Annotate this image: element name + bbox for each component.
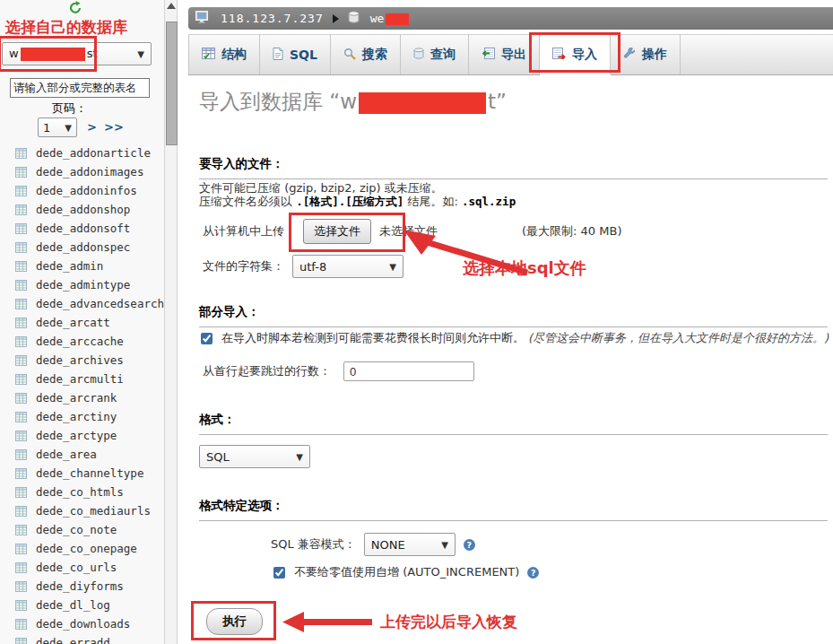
operations-icon bbox=[623, 48, 636, 63]
table-icon bbox=[15, 167, 27, 178]
tab-import[interactable]: 导入 bbox=[540, 35, 611, 74]
table-icon bbox=[15, 544, 27, 554]
table-row[interactable]: dede_addoninfos bbox=[0, 181, 164, 200]
table-list: dede_addonarticle dede_addonimages dede_… bbox=[0, 144, 164, 644]
table-name: dede_co_note bbox=[36, 523, 117, 536]
import-icon bbox=[552, 48, 566, 62]
table-row[interactable]: dede_channeltype bbox=[0, 464, 164, 483]
table-name: dede_arccache bbox=[36, 335, 124, 348]
table-icon bbox=[15, 449, 27, 460]
table-name: dede_diyforms bbox=[36, 579, 124, 593]
scrollbar-up-arrow-icon[interactable] bbox=[167, 3, 176, 9]
table-row[interactable]: dede_addonimages bbox=[0, 162, 164, 181]
table-name: dede_downloads bbox=[36, 617, 130, 631]
table-row[interactable]: dede_dl_log bbox=[0, 596, 164, 614]
help-icon[interactable] bbox=[464, 539, 475, 551]
structure-icon bbox=[202, 48, 215, 62]
page-next-link[interactable]: > bbox=[87, 120, 97, 134]
tab-operations[interactable]: 操作 bbox=[611, 35, 681, 74]
database-select[interactable]: wst ▼ bbox=[2, 42, 152, 65]
table-name: dede_arcmulti bbox=[36, 372, 124, 386]
table-row[interactable]: dede_archives bbox=[0, 351, 164, 370]
zero-autoinc-checkbox[interactable] bbox=[273, 567, 285, 579]
table-icon bbox=[15, 562, 27, 573]
table-row[interactable]: dede_admin bbox=[0, 257, 164, 275]
table-row[interactable]: dede_addonsoft bbox=[0, 219, 164, 238]
table-icon bbox=[15, 280, 27, 291]
tab-query[interactable]: 查询 bbox=[401, 35, 469, 74]
chevron-down-icon: ▼ bbox=[137, 49, 144, 59]
table-name: dede_channeltype bbox=[36, 466, 143, 480]
charset-label: 文件的字符集： bbox=[203, 258, 284, 274]
table-row[interactable]: dede_addonarticle bbox=[0, 144, 164, 162]
table-row[interactable]: dede_advancedsearch bbox=[0, 294, 164, 313]
help-icon[interactable] bbox=[527, 567, 539, 579]
chevron-down-icon: ▼ bbox=[389, 262, 396, 272]
table-icon bbox=[15, 506, 27, 517]
table-name: dede_arctiny bbox=[36, 410, 117, 423]
database-icon bbox=[348, 11, 360, 26]
table-row[interactable]: dede_admintype bbox=[0, 275, 164, 294]
skip-rows-input[interactable] bbox=[343, 361, 474, 381]
table-row[interactable]: dede_co_onepage bbox=[0, 539, 164, 558]
table-row[interactable]: dede_arcatt bbox=[0, 313, 164, 332]
table-row[interactable]: dede_co_mediaurls bbox=[0, 501, 164, 520]
interrupt-label: 在导入时脚本若检测到可能需要花费很长时间则允许中断。 bbox=[221, 330, 525, 346]
table-name: dede_admintype bbox=[36, 278, 130, 292]
table-row[interactable]: dede_co_urls bbox=[0, 558, 164, 577]
table-icon bbox=[15, 242, 27, 253]
charset-select[interactable]: utf-8 ▼ bbox=[292, 255, 403, 278]
page-last-link[interactable]: >> bbox=[104, 120, 124, 134]
table-row[interactable]: dede_erradd bbox=[0, 633, 164, 644]
database-breadcrumb[interactable]: we bbox=[348, 11, 410, 26]
table-row[interactable]: dede_arcrank bbox=[0, 388, 164, 407]
zero-autoinc-row: 不要给零值使用自增 (AUTO_INCREMENT) bbox=[273, 563, 539, 581]
export-icon bbox=[482, 48, 495, 62]
sql-compat-label: SQL 兼容模式： bbox=[271, 536, 356, 553]
charset-row: 文件的字符集： utf-8 ▼ bbox=[203, 254, 403, 279]
sql-icon bbox=[273, 48, 283, 63]
go-button[interactable]: 执行 bbox=[206, 608, 263, 635]
page-number-select[interactable]: 1 ▼ bbox=[38, 117, 77, 137]
server-icon bbox=[195, 11, 210, 26]
table-row[interactable]: dede_addonshop bbox=[0, 200, 164, 219]
scrollbar-thumb[interactable] bbox=[166, 22, 178, 145]
partial-section-header: 部分导入： bbox=[199, 304, 828, 327]
tab-search[interactable]: 搜索 bbox=[331, 35, 401, 74]
table-row[interactable]: dede_arccache bbox=[0, 332, 164, 351]
breadcrumb: 118.123.7.237 we bbox=[188, 7, 833, 30]
database-sidebar: 选择自己的数据库 wst ▼ 页码： 1 ▼ > >> dede_addonar… bbox=[0, 0, 164, 644]
tab-bar: 结构 SQL 搜索 bbox=[188, 34, 833, 75]
table-row[interactable]: dede_downloads bbox=[0, 614, 164, 633]
interrupt-row: 在导入时脚本若检测到可能需要花费很长时间则允许中断。 (尽管这会中断事务，但在导… bbox=[201, 330, 833, 346]
table-row[interactable]: dede_arctiny bbox=[0, 407, 164, 426]
table-filter-input[interactable] bbox=[10, 78, 150, 98]
allow-interrupt-checkbox[interactable] bbox=[201, 333, 213, 344]
tab-export[interactable]: 导出 bbox=[469, 35, 540, 74]
table-row[interactable]: dede_area bbox=[0, 445, 164, 464]
breadcrumb-arrow-icon bbox=[333, 14, 339, 23]
skip-rows-label: 从首行起要跳过的行数： bbox=[203, 363, 331, 379]
table-row[interactable]: dede_arcmulti bbox=[0, 370, 164, 388]
sql-compat-select[interactable]: NONE ▼ bbox=[364, 533, 456, 556]
no-file-chosen-text: 未选择文件 bbox=[379, 223, 438, 239]
interrupt-note: (尽管这会中断事务，但在导入大文件时是个很好的方法。) bbox=[528, 330, 829, 346]
table-row[interactable]: dede_diyforms bbox=[0, 577, 164, 596]
table-row[interactable]: dede_co_note bbox=[0, 520, 164, 539]
table-name: dede_addoninfos bbox=[36, 184, 137, 197]
choose-file-button[interactable]: 选择文件 bbox=[303, 219, 371, 244]
tab-structure[interactable]: 结构 bbox=[188, 35, 260, 74]
table-icon bbox=[15, 148, 27, 159]
table-name: dede_co_mediaurls bbox=[36, 504, 151, 518]
table-icon bbox=[15, 374, 27, 385]
table-icon bbox=[15, 412, 27, 422]
tab-sql[interactable]: SQL bbox=[260, 35, 331, 74]
table-row[interactable]: dede_addonspec bbox=[0, 238, 164, 257]
table-row[interactable]: dede_arctype bbox=[0, 426, 164, 445]
refresh-icon[interactable] bbox=[68, 1, 82, 17]
table-name: dede_erradd bbox=[36, 636, 110, 644]
format-select[interactable]: SQL ▼ bbox=[199, 445, 310, 468]
page-number-label: 页码： bbox=[52, 100, 87, 117]
table-row[interactable]: dede_co_htmls bbox=[0, 483, 164, 501]
server-breadcrumb[interactable]: 118.123.7.237 bbox=[195, 11, 333, 26]
